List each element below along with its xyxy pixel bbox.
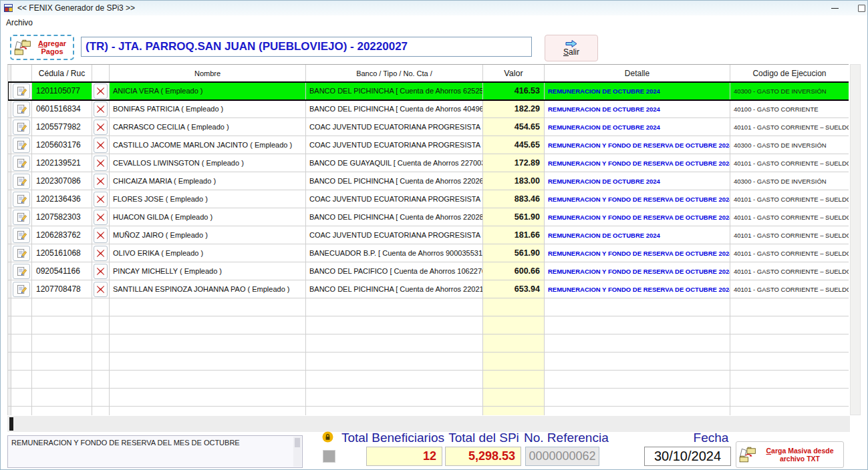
edit-row-button[interactable]: [13, 174, 30, 189]
empty-table-row[interactable]: [8, 389, 849, 407]
edit-row-button[interactable]: [13, 228, 30, 243]
edit-cell: [11, 190, 32, 208]
edit-row-button[interactable]: [13, 120, 30, 135]
banco-cell: BANCO DEL PICHINCHA [ Cuenta de Ahorros …: [306, 82, 483, 99]
detalle-cell: REMUNERACION Y FONDO DE RESERVA DE OCTUB…: [545, 190, 730, 208]
delete-x-icon: [96, 195, 105, 204]
maximize-icon: [858, 5, 865, 12]
valor-cell: 883.46: [483, 190, 545, 208]
header-valor[interactable]: Valor: [483, 65, 545, 81]
header-detalle[interactable]: Detalle: [545, 65, 730, 81]
table-row[interactable]: 1205161068 OLIVO ERIKA ( Empleado ) BANE…: [8, 244, 849, 262]
delete-row-button[interactable]: [94, 228, 108, 243]
agregar-pagos-button[interactable]: Agregar Pagos: [10, 35, 74, 60]
cedula-cell: [32, 371, 92, 388]
table-row[interactable]: 0920541166 PINCAY MICHELLY ( Empleado ) …: [8, 262, 849, 280]
edit-row-button[interactable]: [13, 264, 30, 279]
edit-cell: [11, 316, 32, 334]
table-row[interactable]: 1202136436 FLORES JOSE ( Empleado ) COAC…: [8, 190, 849, 208]
minimize-icon: [831, 8, 839, 9]
edit-cell: [11, 298, 32, 316]
edit-row-button[interactable]: [13, 101, 30, 117]
edit-row-button[interactable]: [13, 138, 30, 153]
entity-title-field[interactable]: (TR) - JTA. PARROQ.SAN JUAN (PUEBLOVIEJO…: [81, 37, 532, 57]
delete-row-button[interactable]: [94, 192, 108, 207]
codigo-cell: 40101 - GASTO CORRIENTE – SUELDOS: [730, 262, 849, 280]
edit-row-button[interactable]: [13, 83, 30, 99]
carga-masiva-button[interactable]: Carga Masiva desde archivo TXT: [736, 441, 844, 468]
cedula-cell: 1202307086: [32, 172, 92, 190]
delete-cell: [92, 407, 110, 415]
payment-note-field[interactable]: REMUNERACION Y FONDO DE RESERVA DEL MES …: [7, 435, 303, 468]
edit-row-button[interactable]: [13, 210, 30, 225]
note-scrollbar[interactable]: [293, 437, 301, 467]
delete-row-button[interactable]: [94, 138, 108, 153]
cedula-cell: 1207708478: [32, 280, 92, 298]
banco-cell: COAC JUVENTUD ECUATORIANA PROGRESISTA LT…: [306, 136, 483, 154]
total-spi-value: 5,298.53: [445, 447, 521, 466]
empty-table-row[interactable]: [8, 334, 849, 352]
delete-row-button[interactable]: [94, 83, 108, 99]
delete-row-button[interactable]: [94, 101, 108, 117]
empty-table-row[interactable]: [8, 316, 849, 334]
valor-cell: [483, 334, 545, 352]
banco-cell: BANCO DEL PICHINCHA [ Cuenta de Ahorros …: [306, 100, 483, 118]
codigo-cell: 40101 - GASTO CORRIENTE – SUELDOS: [730, 154, 849, 172]
delete-row-button[interactable]: [94, 282, 108, 297]
detalle-cell: REMUNERACION DE OCTUBRE 2024: [545, 100, 730, 118]
table-row[interactable]: 1205603176 CASTILLO JACOME MARLON JACINT…: [8, 136, 849, 154]
salir-button[interactable]: Salir: [545, 35, 598, 61]
maximize-button[interactable]: [850, 1, 868, 15]
header-cedula[interactable]: Cédula / Ruc: [32, 65, 92, 81]
table-horizontal-scrollbar[interactable]: [7, 416, 850, 432]
banco-cell: [306, 407, 483, 415]
table-row[interactable]: 1207708478 SANTILLAN ESPINOZA JOHANNA PA…: [8, 280, 849, 298]
header-banco[interactable]: Banco / Tipo / No. Cta /: [306, 65, 483, 81]
delete-cell: [92, 100, 110, 118]
delete-row-button[interactable]: [94, 174, 108, 189]
header-codigo[interactable]: Codigo de Ejecucion: [730, 65, 849, 81]
delete-row-button[interactable]: [94, 210, 108, 225]
table-row[interactable]: 0601516834 BONIFAS PATRICIA ( Empleado )…: [8, 100, 849, 118]
payments-table: Cédula / Ruc Nombre Banco / Tipo / No. C…: [7, 64, 849, 415]
table-row[interactable]: 1205577982 CARRASCO CECILIA ( Empleado )…: [8, 118, 849, 136]
table-row[interactable]: 1202139521 CEVALLOS LIWINSGTON ( Emplead…: [8, 154, 849, 172]
header-nombre[interactable]: Nombre: [110, 65, 306, 81]
empty-table-row[interactable]: [8, 407, 849, 415]
edit-row-icon: [17, 104, 27, 114]
nombre-cell: [110, 371, 306, 388]
minimize-button[interactable]: [823, 1, 846, 15]
delete-cell: [92, 208, 110, 226]
table-row[interactable]: 1202307086 CHICAIZA MARIA ( Empleado ) B…: [8, 172, 849, 190]
detalle-cell: REMUNERACION DE OCTUBRE 2024: [545, 82, 730, 99]
no-referencia-field: 0000000062: [525, 447, 599, 466]
empty-table-row[interactable]: [8, 298, 849, 316]
detalle-cell: [545, 371, 730, 388]
cedula-cell: [32, 334, 92, 352]
delete-row-button[interactable]: [94, 156, 108, 171]
delete-cell: [92, 316, 110, 334]
delete-row-button[interactable]: [94, 264, 108, 279]
horizontal-scroll-thumb[interactable]: [9, 417, 13, 431]
menu-archivo[interactable]: Archivo: [1, 15, 38, 30]
nombre-cell: [110, 352, 306, 370]
empty-table-row[interactable]: [8, 352, 849, 371]
edit-row-icon: [17, 122, 27, 132]
delete-row-button[interactable]: [94, 246, 108, 261]
empty-table-row[interactable]: [8, 371, 849, 389]
edit-row-button[interactable]: [13, 192, 30, 207]
edit-row-button[interactable]: [13, 282, 30, 297]
edit-cell: [11, 82, 32, 99]
edit-row-button[interactable]: [13, 246, 30, 261]
delete-row-button[interactable]: [94, 120, 108, 135]
table-vertical-scrollbar[interactable]: [850, 64, 861, 415]
table-row[interactable]: 1207582303 HUACON GILDA ( Empleado ) BAN…: [8, 208, 849, 226]
delete-cell: [92, 154, 110, 172]
cedula-cell: [32, 389, 92, 406]
edit-row-button[interactable]: [13, 156, 30, 171]
codigo-cell: 40101 - GASTO CORRIENTE – SUELDOS: [730, 118, 849, 136]
fecha-field[interactable]: 30/10/2024: [644, 447, 731, 466]
delete-x-icon: [96, 105, 105, 113]
table-row[interactable]: 1201105077 ANICIA VERA ( Empleado ) BANC…: [8, 82, 849, 100]
table-row[interactable]: 1206283762 MUÑOZ JAIRO ( Empleado ) COAC…: [8, 226, 849, 244]
